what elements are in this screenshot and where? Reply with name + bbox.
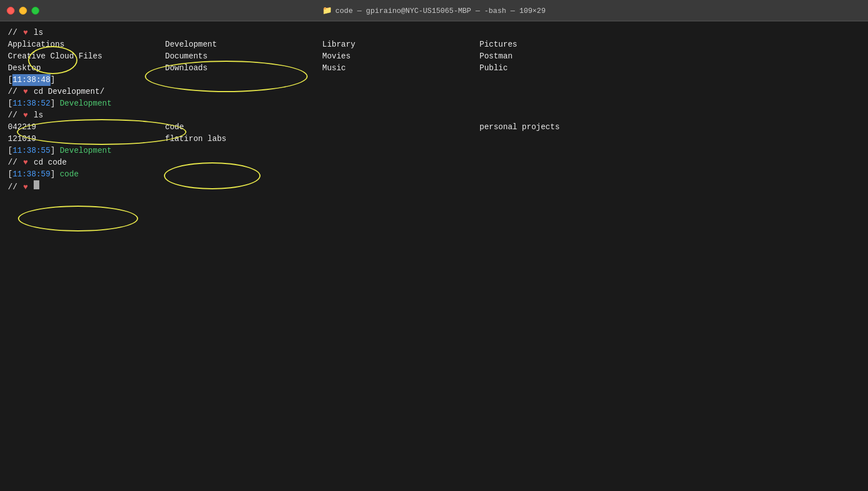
folder-icon: 📁: [322, 6, 332, 15]
prompt-space: [29, 181, 34, 193]
close-button[interactable]: [7, 7, 15, 15]
ls-personal-projects: personal projects: [479, 121, 637, 133]
command-line-cd-code: // ♥ cd code: [8, 157, 860, 169]
heart-3: ♥: [23, 110, 28, 121]
terminal-container[interactable]: // ♥ ls Applications Development Library…: [0, 21, 868, 491]
prompt-bracket-3: [: [8, 145, 12, 157]
command-line-ls-1: // ♥ ls: [8, 27, 860, 39]
command-line-cd-dev: // ♥ cd Development/: [8, 86, 860, 98]
cmd-ls-1: ls: [29, 27, 43, 39]
final-prompt[interactable]: // ♥: [8, 180, 860, 193]
timestamp-3: 11:38:55: [12, 145, 50, 157]
heart-5: ♥: [23, 181, 28, 193]
ls-movies: Movies: [322, 51, 479, 62]
prompt-bracket-close-2: ]: [51, 98, 60, 110]
cmd-cd-dev: cd Development/: [29, 86, 104, 98]
ls-pictures: Pictures: [479, 39, 637, 51]
ls-applications: Applications: [8, 39, 165, 51]
ls-downloads: Downloads: [165, 62, 322, 74]
ls-creative-cloud: Creative Cloud Files: [8, 51, 165, 62]
command-line-ls-2: // ♥ ls: [8, 110, 860, 121]
ls-121019: 121019: [8, 133, 165, 145]
ls-code: code: [165, 121, 322, 133]
prompt-bracket-close-3: ]: [51, 145, 60, 157]
ls-flatiron-labs: flatiron labs: [165, 133, 322, 145]
ls-dev-output-row-1: 042219 code personal projects: [8, 121, 860, 133]
cursor: [34, 180, 39, 189]
cmd-ls-2: ls: [29, 110, 43, 121]
dir-code: code: [60, 169, 79, 180]
ls-music: Music: [322, 62, 479, 74]
terminal-body[interactable]: // ♥ ls Applications Development Library…: [0, 21, 868, 199]
ls-desktop: Desktop: [8, 62, 165, 74]
ls-dev-output-row-2: 121019 flatiron labs: [8, 133, 860, 145]
traffic-lights: [7, 7, 39, 15]
ls-public: Public: [479, 62, 637, 74]
prompt-1: //: [8, 27, 22, 39]
prompt-time-4: [11:38:59] code: [8, 169, 860, 180]
ls-empty-2: [322, 133, 479, 145]
ls-output-row-2: Creative Cloud Files Documents Movies Po…: [8, 51, 860, 62]
heart-1: ♥: [23, 27, 28, 39]
prompt-bracket-2: [: [8, 98, 12, 110]
prompt-5: //: [8, 181, 22, 193]
prompt-time-3: [11:38:55] Development: [8, 145, 860, 157]
ls-development: Development: [165, 39, 322, 51]
prompt-bracket-close-1: ]: [51, 74, 55, 86]
ls-042219: 042219: [8, 121, 165, 133]
prompt-time-2: [11:38:52] Development: [8, 98, 860, 110]
ls-output-row-1: Applications Development Library Picture…: [8, 39, 860, 51]
prompt-bracket-4: [: [8, 169, 12, 180]
ls-output-row-3: Desktop Downloads Music Public: [8, 62, 860, 74]
heart-2: ♥: [23, 86, 28, 98]
timestamp-2: 11:38:52: [12, 98, 50, 110]
prompt-time-1: [11:38:48]: [8, 74, 860, 86]
ls-empty-3: [479, 133, 637, 145]
annotation-cd-code-oval: [18, 206, 138, 231]
ls-postman: Postman: [479, 51, 637, 62]
dir-development-2: Development: [60, 145, 111, 157]
timestamp-1: 11:38:48: [12, 74, 50, 86]
titlebar: 📁code — gpiraino@NYC-US15065-MBP — -bash…: [0, 0, 868, 21]
ls-empty-1: [322, 121, 479, 133]
prompt-2: //: [8, 86, 22, 98]
heart-4: ♥: [23, 157, 28, 169]
prompt-bracket-close-4: ]: [51, 169, 60, 180]
ls-library: Library: [322, 39, 479, 51]
titlebar-title: 📁code — gpiraino@NYC-US15065-MBP — -bash…: [322, 6, 545, 15]
ls-documents: Documents: [165, 51, 322, 62]
dir-development-1: Development: [60, 98, 111, 110]
prompt-bracket-1: [: [8, 74, 12, 86]
timestamp-4: 11:38:59: [12, 169, 50, 180]
maximize-button[interactable]: [31, 7, 39, 15]
minimize-button[interactable]: [19, 7, 27, 15]
cmd-cd-code: cd code: [29, 157, 67, 169]
prompt-4: //: [8, 157, 22, 169]
prompt-3: //: [8, 110, 22, 121]
